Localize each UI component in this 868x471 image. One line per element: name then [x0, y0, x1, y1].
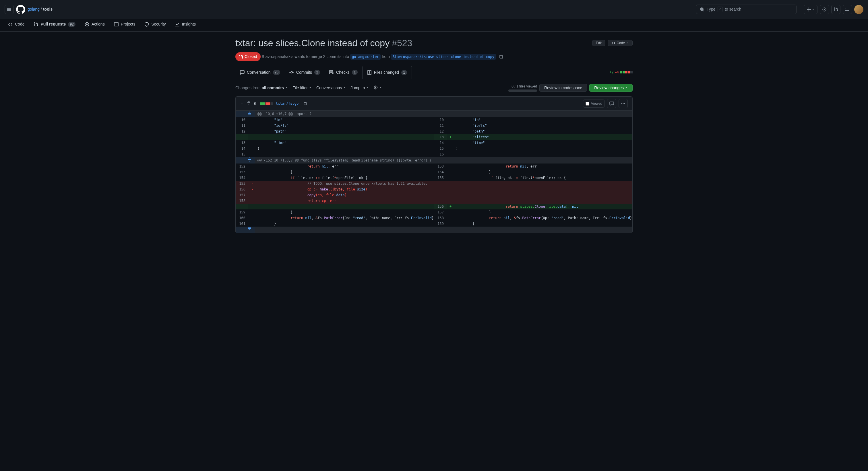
jump-to-dropdown[interactable]: Jump to [350, 85, 369, 91]
comment-icon [609, 101, 614, 106]
expand-all-button[interactable] [247, 100, 251, 107]
hunk-header: @@ -152,10 +153,7 @@ func (fsys *filesys… [236, 157, 632, 164]
review-in-codespace-button[interactable]: Review in codespace [539, 84, 587, 92]
change-count: 6 [254, 101, 256, 107]
pr-number: #523 [392, 36, 412, 50]
kebab-icon [621, 101, 625, 106]
pr-icon [34, 22, 38, 27]
expand-button[interactable] [236, 157, 255, 164]
search-icon [700, 7, 704, 12]
viewed-checkbox[interactable]: Viewed [583, 100, 605, 108]
head-branch[interactable]: Stavrospanakakis:use-slices-clone-instea… [391, 54, 496, 60]
issues-button[interactable] [820, 5, 829, 14]
tab-projects[interactable]: Projects [111, 19, 139, 31]
search-placeholder: to search [725, 6, 741, 12]
menu-button[interactable] [5, 5, 14, 14]
diff-line: 14)15) [236, 146, 632, 152]
copy-icon [499, 55, 503, 59]
comment-file-button[interactable] [607, 99, 616, 108]
unfold-icon [247, 157, 252, 162]
code-button[interactable]: Code [608, 40, 632, 46]
copy-branch-button[interactable] [497, 54, 505, 59]
checklist-icon [329, 70, 334, 75]
chevron-down-icon [379, 86, 382, 89]
repo-link[interactable]: tools [43, 6, 53, 12]
svg-point-12 [624, 103, 625, 104]
chevron-down-icon [309, 86, 312, 89]
create-new-button[interactable] [804, 5, 817, 14]
tab-code[interactable]: Code [5, 19, 28, 31]
hunk-header: @@ -10,6 +10,7 @@ import ( [236, 111, 632, 117]
code-icon [611, 41, 615, 45]
tab-pull-requests[interactable]: Pull requests92 [30, 19, 79, 31]
svg-rect-9 [304, 103, 307, 105]
owner-link[interactable]: golang [28, 6, 40, 12]
global-header: golang / tools Type / to search [0, 0, 868, 19]
diff-line-added: 156+ return slices.Clone(file.data), nil [236, 204, 632, 209]
table-icon [114, 22, 119, 27]
pr-icon [834, 7, 838, 12]
search-input[interactable]: Type / to search [696, 5, 797, 14]
divider [800, 7, 800, 12]
plus-icon [807, 7, 811, 12]
copy-path-button[interactable] [301, 101, 309, 106]
file-menu-button[interactable] [619, 99, 628, 108]
svg-rect-3 [114, 23, 118, 26]
edit-button[interactable]: Edit [592, 40, 606, 46]
chevron-down-icon [366, 86, 369, 89]
svg-point-8 [375, 87, 376, 88]
tab-security[interactable]: Security [141, 19, 169, 31]
gear-icon [373, 86, 378, 90]
diff-line: 153 }154 } [236, 169, 632, 175]
tab-files-changed[interactable]: Files changed 1 [362, 66, 412, 79]
fold-down-icon [247, 227, 252, 231]
diff-line-deleted: 155- // TODO: use slices.Clone once x/to… [236, 181, 632, 187]
tab-checks[interactable]: Checks 1 [324, 66, 362, 79]
diff-settings-button[interactable] [373, 86, 382, 90]
tab-insights[interactable]: Insights [172, 19, 199, 31]
diffstat: +2 −4 [609, 70, 632, 75]
chevron-down-icon [626, 42, 629, 44]
changes-from-dropdown[interactable]: Changes from all commits [236, 85, 288, 91]
base-branch[interactable]: golang:master [350, 54, 381, 60]
repo-nav: Code Pull requests92 Actions Projects Se… [0, 19, 868, 32]
expand-up-button[interactable] [236, 111, 255, 117]
copy-icon [303, 102, 307, 106]
review-changes-button[interactable]: Review changes [589, 84, 632, 92]
tab-conversation[interactable]: Conversation 25 [236, 66, 285, 79]
chevron-down-icon [285, 86, 288, 89]
pr-tabs: Conversation 25 Commits 2 Checks 1 Files… [236, 66, 632, 79]
file-diff-icon [367, 70, 372, 75]
github-logo[interactable] [16, 5, 25, 14]
github-icon [16, 5, 25, 14]
collapse-file-button[interactable] [240, 101, 244, 107]
diff-blocks [260, 102, 273, 105]
diff-line-deleted: 157- copy(cp, file.data) [236, 192, 632, 198]
diff-line: 160 return nil, &fs.PathError{Op: "read"… [236, 215, 632, 221]
unfold-icon [247, 100, 251, 105]
pull-requests-button[interactable] [831, 5, 840, 14]
file-path[interactable]: txtar/fs.go [276, 101, 299, 106]
play-icon [85, 22, 89, 27]
hunk-footer [236, 227, 632, 233]
avatar[interactable] [854, 5, 863, 14]
file-filter-dropdown[interactable]: File filter [292, 85, 312, 91]
svg-point-1 [824, 9, 825, 10]
breadcrumb-separator: / [41, 6, 42, 12]
page-content: txtar: use slices.Clone instead of copy … [226, 32, 642, 238]
commit-icon [289, 70, 294, 75]
diff-line: 152 return nil, err153 return nil, err [236, 164, 632, 169]
diff-line: 159 }157 } [236, 209, 632, 215]
tab-actions[interactable]: Actions [81, 19, 108, 31]
tab-commits[interactable]: Commits 2 [285, 66, 324, 79]
notifications-button[interactable] [843, 5, 852, 14]
chevron-down-icon [240, 102, 244, 105]
author-link[interactable]: Stavrospanakakis [262, 54, 293, 60]
svg-point-11 [623, 103, 624, 104]
expand-down-button[interactable] [236, 227, 255, 233]
hamburger-icon [7, 7, 11, 12]
diff-line: 11 "io/fs"11 "io/fs" [236, 123, 632, 129]
chevron-down-icon [812, 8, 815, 11]
diff-line: 1516 [236, 152, 632, 157]
conversations-dropdown[interactable]: Conversations [316, 85, 346, 91]
